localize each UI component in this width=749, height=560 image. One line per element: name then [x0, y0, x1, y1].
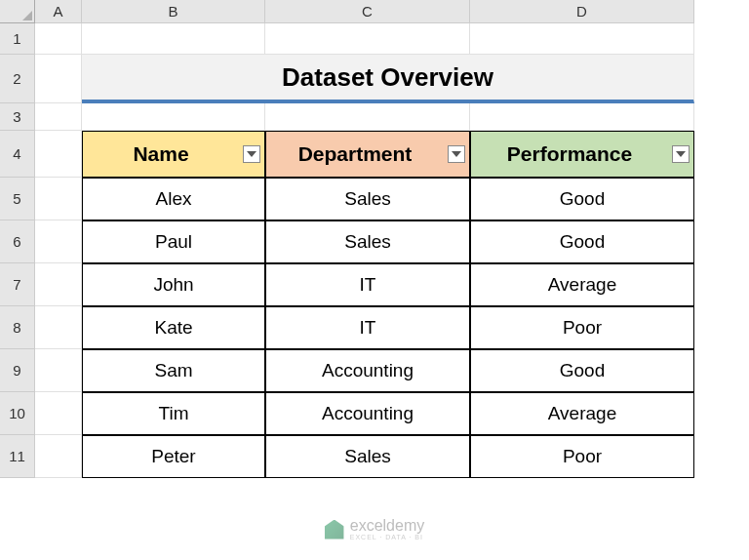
cell-d3[interactable]: [470, 103, 694, 131]
header-department-label: Department: [298, 142, 413, 166]
chevron-down-icon: [247, 151, 256, 157]
row-header-4[interactable]: 4: [0, 131, 35, 178]
cell-a7[interactable]: [35, 263, 82, 306]
cell-a6[interactable]: [35, 220, 82, 263]
spreadsheet-grid: A B C D 1 2 Dataset Overview 3 4 Name De…: [0, 0, 749, 478]
row-header-7[interactable]: 7: [0, 263, 35, 306]
table-row[interactable]: Accounting: [265, 349, 470, 392]
cell-c1[interactable]: [265, 23, 470, 55]
chevron-down-icon: [676, 151, 686, 157]
watermark-sub: EXCEL · DATA · BI: [350, 534, 424, 540]
row-header-6[interactable]: 6: [0, 220, 35, 263]
row-header-10[interactable]: 10: [0, 392, 35, 435]
watermark-text: exceldemy EXCEL · DATA · BI: [350, 518, 424, 540]
cell-a2[interactable]: [35, 55, 82, 103]
col-header-b[interactable]: B: [82, 0, 265, 23]
filter-button-name[interactable]: [243, 145, 260, 163]
table-row[interactable]: IT: [265, 263, 470, 306]
cell-a1[interactable]: [35, 23, 82, 55]
header-name-label: Name: [133, 142, 188, 166]
row-header-3[interactable]: 3: [0, 103, 35, 131]
table-row[interactable]: IT: [265, 306, 470, 349]
table-row[interactable]: Poor: [470, 306, 694, 349]
cell-a9[interactable]: [35, 349, 82, 392]
table-row[interactable]: Tim: [82, 392, 265, 435]
col-header-a[interactable]: A: [35, 0, 82, 23]
table-row[interactable]: Paul: [82, 220, 265, 263]
header-department[interactable]: Department: [265, 131, 470, 178]
cell-c3[interactable]: [265, 103, 470, 131]
col-header-c[interactable]: C: [265, 0, 470, 23]
table-row[interactable]: Sam: [82, 349, 265, 392]
cell-d1[interactable]: [470, 23, 694, 55]
row-header-9[interactable]: 9: [0, 349, 35, 392]
table-row[interactable]: Sales: [265, 220, 470, 263]
table-row[interactable]: Poor: [470, 435, 694, 478]
watermark: exceldemy EXCEL · DATA · BI: [325, 518, 424, 540]
table-row[interactable]: John: [82, 263, 265, 306]
cell-a11[interactable]: [35, 435, 82, 478]
table-row[interactable]: Peter: [82, 435, 265, 478]
cell-b3[interactable]: [82, 103, 265, 131]
watermark-main: exceldemy: [350, 518, 424, 534]
table-row[interactable]: Average: [470, 392, 694, 435]
row-header-1[interactable]: 1: [0, 23, 35, 55]
row-header-11[interactable]: 11: [0, 435, 35, 478]
filter-button-department[interactable]: [448, 145, 465, 163]
table-row[interactable]: Good: [470, 178, 694, 220]
table-row[interactable]: Average: [470, 263, 694, 306]
cell-a3[interactable]: [35, 103, 82, 131]
dataset-title[interactable]: Dataset Overview: [82, 55, 694, 103]
table-row[interactable]: Accounting: [265, 392, 470, 435]
cell-a8[interactable]: [35, 306, 82, 349]
header-name[interactable]: Name: [82, 131, 265, 178]
table-row[interactable]: Sales: [265, 178, 470, 220]
header-performance-label: Performance: [507, 142, 632, 166]
col-header-d[interactable]: D: [470, 0, 694, 23]
header-performance[interactable]: Performance: [470, 131, 694, 178]
row-header-2[interactable]: 2: [0, 55, 35, 103]
cell-b1[interactable]: [82, 23, 265, 55]
cell-a5[interactable]: [35, 178, 82, 220]
cell-a4[interactable]: [35, 131, 82, 178]
table-row[interactable]: Alex: [82, 178, 265, 220]
chevron-down-icon: [452, 151, 461, 157]
table-row[interactable]: Sales: [265, 435, 470, 478]
cell-a10[interactable]: [35, 392, 82, 435]
filter-button-performance[interactable]: [672, 145, 690, 163]
table-row[interactable]: Good: [470, 349, 694, 392]
watermark-logo-icon: [325, 520, 344, 540]
table-row[interactable]: Kate: [82, 306, 265, 349]
row-header-8[interactable]: 8: [0, 306, 35, 349]
table-row[interactable]: Good: [470, 220, 694, 263]
row-header-5[interactable]: 5: [0, 178, 35, 220]
select-all-corner[interactable]: [0, 0, 35, 23]
